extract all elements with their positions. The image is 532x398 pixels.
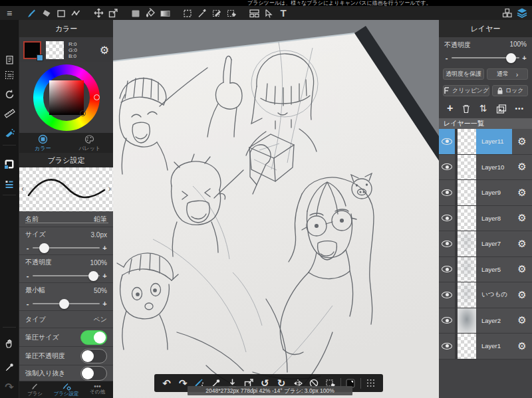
gradient-tool-icon[interactable] xyxy=(158,7,172,20)
minwidth-minus[interactable]: - xyxy=(25,300,30,308)
transparent-color-swatch[interactable] xyxy=(46,41,64,59)
eyedropper-icon[interactable] xyxy=(2,359,17,374)
material-icon[interactable] xyxy=(500,7,515,20)
shape-tool-icon[interactable] xyxy=(54,7,68,20)
move-tool-icon[interactable] xyxy=(91,7,106,20)
prev-brush-arrow[interactable]: ‹ xyxy=(21,183,24,193)
saturation-marker[interactable] xyxy=(80,110,86,116)
layer-row[interactable]: Layer10 ⚙ xyxy=(439,155,532,181)
scatter-brush-icon[interactable] xyxy=(68,7,83,20)
size-minus[interactable]: - xyxy=(25,244,30,252)
layer-settings-gear-icon[interactable]: ⚙ xyxy=(512,308,532,334)
opacity-handle[interactable] xyxy=(88,271,98,281)
next-brush-arrow[interactable]: › xyxy=(108,183,111,193)
layer-settings-gear-icon[interactable]: ⚙ xyxy=(512,206,532,231)
opacity-track[interactable] xyxy=(33,275,100,276)
layer-opacity-plus[interactable]: + xyxy=(522,54,527,62)
select-pen-icon[interactable] xyxy=(209,7,224,20)
forced-taper-toggle[interactable] xyxy=(80,366,107,381)
hand-tool-icon[interactable] xyxy=(2,336,17,351)
tab-brush[interactable]: ブラシ xyxy=(19,381,51,398)
lock-button[interactable]: ロック xyxy=(492,85,528,96)
opacity-plus[interactable]: + xyxy=(102,272,107,280)
color-chooser-icon[interactable] xyxy=(2,157,17,171)
layers-panel-icon[interactable] xyxy=(515,7,529,20)
layer-settings-gear-icon[interactable]: ⚙ xyxy=(512,129,532,154)
canvas-artwork[interactable] xyxy=(113,20,439,398)
select-tool-icon[interactable] xyxy=(180,7,195,20)
layer-opacity-minus[interactable]: - xyxy=(444,54,449,62)
layer-visibility-toggle[interactable] xyxy=(439,155,458,180)
brush-tool-icon[interactable] xyxy=(25,7,39,20)
pressure-size-toggle[interactable] xyxy=(80,330,107,345)
layer-opacity-slider[interactable]: - + xyxy=(444,50,527,66)
layer-visibility-toggle[interactable] xyxy=(439,282,458,308)
layer-settings-gear-icon[interactable]: ⚙ xyxy=(512,257,532,282)
layer-visibility-toggle[interactable] xyxy=(439,308,458,334)
brush-preview[interactable]: ‹ › xyxy=(19,167,113,211)
layer-row[interactable]: Layer8 ⚙ xyxy=(439,206,532,232)
minwidth-track[interactable] xyxy=(33,303,100,304)
size-handle[interactable] xyxy=(39,243,49,253)
saturation-square[interactable] xyxy=(49,80,84,115)
layer-row[interactable]: Layer5 ⚙ xyxy=(439,257,532,283)
layer-settings-gear-icon[interactable]: ⚙ xyxy=(512,334,532,359)
layer-settings-gear-icon[interactable]: ⚙ xyxy=(512,155,532,180)
tab-color[interactable]: カラー xyxy=(19,133,66,153)
text-tool-icon[interactable]: T xyxy=(276,7,291,20)
size-track[interactable] xyxy=(33,247,100,249)
more-layer-actions-icon[interactable]: ••• xyxy=(515,105,524,112)
redo-icon[interactable]: ↷ xyxy=(2,379,17,394)
duplicate-layer-icon[interactable] xyxy=(496,104,507,114)
minwidth-plus[interactable]: + xyxy=(102,300,107,308)
airbrush-icon[interactable] xyxy=(2,126,17,140)
hue-marker[interactable] xyxy=(94,94,100,100)
clipping-button[interactable]: クリッピング xyxy=(443,85,489,96)
layer-row[interactable]: いつもの ⚙ xyxy=(439,282,532,308)
blend-mode-button[interactable]: 通常 › xyxy=(487,68,528,80)
tab-brush-settings[interactable]: ブラシ設定 xyxy=(51,381,82,398)
layer-visibility-toggle[interactable] xyxy=(439,257,458,282)
select-eraser-icon[interactable] xyxy=(224,7,239,20)
add-layer-icon[interactable]: + xyxy=(447,102,453,114)
menu-icon[interactable]: ≡ xyxy=(2,7,17,20)
opacity-slider[interactable]: - + xyxy=(25,270,107,282)
color-settings-gear-icon[interactable]: ⚙ xyxy=(100,44,109,56)
tab-other[interactable]: ••• その他 xyxy=(82,381,113,398)
opacity-minus[interactable]: - xyxy=(25,272,30,280)
layer-visibility-toggle[interactable] xyxy=(439,231,458,256)
delete-layer-icon[interactable] xyxy=(462,104,471,114)
brush-list-icon[interactable] xyxy=(2,177,17,191)
operate-tool-icon[interactable] xyxy=(261,7,276,20)
ruler-icon[interactable] xyxy=(2,106,17,120)
layer-row[interactable]: Layer1 ⚙ xyxy=(439,334,532,359)
layer-row[interactable]: Layer9 ⚙ xyxy=(439,180,532,206)
brush-type-row[interactable]: タイプペン xyxy=(19,311,113,328)
minwidth-handle[interactable] xyxy=(59,299,69,309)
grid-button[interactable] xyxy=(364,376,377,391)
foreground-color-swatch[interactable] xyxy=(23,41,41,59)
eraser-tool-icon[interactable] xyxy=(39,7,54,20)
bucket-tool-icon[interactable] xyxy=(143,7,158,20)
divide-frame-icon[interactable] xyxy=(247,7,261,20)
pressure-opacity-toggle[interactable] xyxy=(80,349,107,363)
layer-row[interactable]: Layer2 ⚙ xyxy=(439,308,532,334)
size-plus[interactable]: + xyxy=(102,244,107,252)
reorder-layer-icon[interactable]: ⇅ xyxy=(479,103,487,114)
layer-settings-gear-icon[interactable]: ⚙ xyxy=(512,282,532,308)
canvas-area[interactable]: ↶ ↷ ↺ ↻ 2048*27 xyxy=(113,20,439,398)
protect-alpha-button[interactable]: 透明度を保護 xyxy=(443,68,484,80)
transform-tool-icon[interactable] xyxy=(106,7,120,20)
layer-opacity-track[interactable] xyxy=(452,57,519,58)
undo-button[interactable]: ↶ xyxy=(160,376,174,391)
layer-settings-gear-icon[interactable]: ⚙ xyxy=(512,180,532,205)
layer-opacity-handle[interactable] xyxy=(506,53,516,63)
layer-visibility-toggle[interactable] xyxy=(439,334,458,359)
layer-visibility-toggle[interactable] xyxy=(439,129,458,154)
layer-row[interactable]: Layer7 ⚙ xyxy=(439,231,532,257)
tab-palette[interactable]: パレット xyxy=(66,133,114,153)
pages-icon[interactable] xyxy=(2,52,17,67)
layer-visibility-toggle[interactable] xyxy=(439,206,458,231)
rotate-canvas-icon[interactable] xyxy=(2,87,17,102)
size-slider[interactable]: - + xyxy=(25,242,107,254)
